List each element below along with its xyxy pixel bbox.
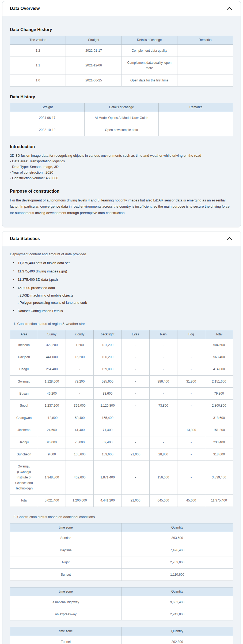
- table-cell: -: [177, 436, 205, 448]
- table-cell: -: [149, 388, 177, 400]
- table-cell: Complement data quality, open more: [122, 57, 177, 74]
- table-cell: 645,600: [149, 495, 177, 507]
- card-title: Data Overview: [10, 6, 40, 11]
- text-line: - Data area: Transportation logistics: [10, 158, 233, 164]
- table-cell: -: [177, 460, 205, 495]
- additional-conditions-label: 2. Construction status based on addition…: [10, 515, 233, 519]
- data-statistics-card: Data Statistics Deployment content and a…: [2, 231, 241, 644]
- table-cell: 24,600: [38, 424, 66, 436]
- section-heading-change-history: Data Change History: [10, 27, 233, 32]
- list-item: Dataset Configuration Details: [13, 308, 233, 314]
- table-cell: 9,600: [38, 448, 66, 460]
- table-cell: Open data for the first time: [122, 74, 177, 86]
- table-cell: 2022-10-12: [10, 124, 85, 136]
- table-cell: 159,000: [94, 363, 122, 375]
- table-cell: 21,000: [122, 495, 149, 507]
- table-row: Gwangju1,128,60079,200525,600-386,40031,…: [10, 375, 233, 387]
- list-item: 11,375,400 driving images (.jpg): [13, 269, 233, 274]
- table-cell: -: [149, 412, 177, 424]
- table-cell: 254,400: [38, 363, 66, 375]
- chevron-up-icon[interactable]: [226, 236, 233, 241]
- table-cell: 318,600: [205, 412, 233, 424]
- table-cell: Daegu: [10, 363, 38, 375]
- list-item-subline: : 2D/3D machining of mobile objects: [18, 293, 233, 298]
- table-cell: 504,600: [205, 339, 233, 351]
- table-cell: Open new sample data: [84, 124, 159, 136]
- table-cell: Total: [10, 495, 38, 507]
- card-title: Data Statistics: [10, 236, 40, 241]
- column-header: Total: [205, 330, 233, 339]
- table-cell: 181,200: [94, 339, 122, 351]
- table-cell: 45,600: [177, 495, 205, 507]
- table-row: 2024-06-17AI Model Opens AI Model User G…: [10, 112, 233, 124]
- table-cell: an expressway: [10, 608, 122, 620]
- table-row: a national highway9,602,400: [10, 596, 233, 608]
- table-cell: -: [122, 412, 149, 424]
- table-cell: 1,120,800: [94, 400, 122, 412]
- text-line: - Year of construction : 2020: [10, 170, 233, 175]
- column-header: The version: [10, 36, 66, 45]
- chevron-up-icon[interactable]: [226, 6, 233, 11]
- table-row: Daegu254,400-159,000---414,000: [10, 363, 233, 375]
- table-cell: Complement data quality: [122, 44, 177, 57]
- table-cell: 112,800: [38, 412, 66, 424]
- table-cell: 393,600: [122, 532, 233, 544]
- table-cell: 2021-12-06: [66, 57, 122, 74]
- table-cell: 11,375,400: [205, 495, 233, 507]
- table-cell: 28,800: [149, 448, 177, 460]
- table-cell: 2,800,800: [205, 400, 233, 412]
- section-heading-purpose: Purpose of construction: [10, 189, 233, 194]
- table-row: Gwangju (Gwangju Institute of Science an…: [10, 460, 233, 495]
- table-cell: 386,400: [149, 375, 177, 387]
- table-cell: 1,200: [66, 339, 94, 351]
- list-item: 450,000 processed data: 2D/3D machining …: [13, 285, 233, 305]
- table-header-row: time zoneQuantity: [10, 523, 233, 532]
- table-cell: -: [66, 363, 94, 375]
- table-cell: 1.0: [10, 74, 66, 86]
- table-cell: -: [122, 424, 149, 436]
- table-cell: 369,000: [66, 400, 94, 412]
- table-cell: 441,000: [38, 351, 66, 363]
- data-statistics-header[interactable]: Data Statistics: [2, 231, 241, 246]
- table-row: Busan46,200-33,600---79,800: [10, 388, 233, 400]
- table-cell: -: [149, 339, 177, 351]
- table-cell: 96,000: [38, 436, 66, 448]
- table-row: Sunset1,110,600: [10, 568, 233, 581]
- column-header: Rain: [149, 330, 177, 339]
- column-header: Area: [10, 330, 38, 339]
- column-header: Remarks: [159, 103, 233, 112]
- table-cell: -: [122, 400, 149, 412]
- table-cell: -: [122, 339, 149, 351]
- table-cell: 31,800: [177, 375, 205, 387]
- table-cell: 153,600: [94, 448, 122, 460]
- table-cell: 73,800: [149, 400, 177, 412]
- table-cell: -: [177, 412, 205, 424]
- table-cell: 3,839,400: [205, 460, 233, 495]
- table-cell: 156,600: [149, 460, 177, 495]
- table-cell: Sunset: [10, 568, 122, 581]
- data-overview-header[interactable]: Data Overview: [2, 1, 241, 16]
- table-cell: 202,800: [122, 636, 233, 644]
- table-cell: -: [149, 351, 177, 363]
- statistics-bullet-list: 11,375,400 sets of fusion data set11,375…: [10, 260, 233, 314]
- table-cell: 16,200: [66, 351, 94, 363]
- table-cell: -: [177, 448, 205, 460]
- table-cell: -: [66, 388, 94, 400]
- table-cell: -: [149, 363, 177, 375]
- column-header: cloudy: [66, 330, 94, 339]
- table-cell: 1.1: [10, 57, 66, 74]
- column-header: Eyes: [122, 330, 149, 339]
- table-cell: 155,400: [94, 412, 122, 424]
- table-cell: Sunrise: [10, 532, 122, 544]
- table-cell: AI Model Opens AI Model User Guide: [84, 112, 159, 124]
- table-cell: 50,400: [66, 412, 94, 424]
- list-item: 11,375,400 3D data (.pcd): [13, 277, 233, 282]
- table-cell: [177, 44, 233, 57]
- road-feature-table-wrap: time zoneQuantityTunnel202,800Lamp117,60…: [10, 627, 233, 644]
- table-row: Night2,763,000: [10, 556, 233, 568]
- table-cell: 62,400: [94, 436, 122, 448]
- table-cell: -: [177, 339, 205, 351]
- table-cell: -: [177, 351, 205, 363]
- column-header: Details of change: [84, 103, 159, 112]
- table-cell: 233,400: [205, 436, 233, 448]
